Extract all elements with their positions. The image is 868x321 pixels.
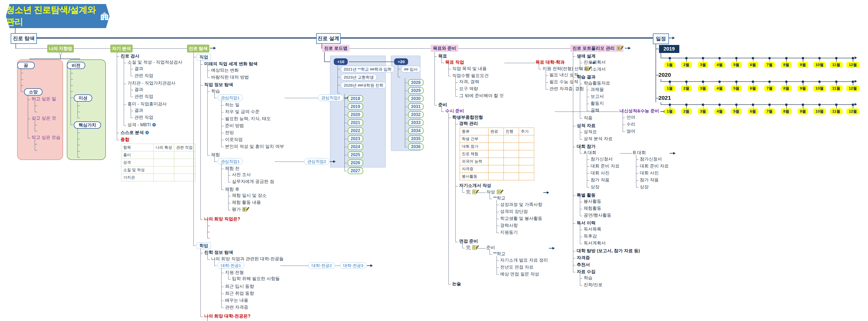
tree-node[interactable]: 하는 일 — [224, 102, 240, 108]
tree-node[interactable]: 과제물 — [590, 87, 604, 92]
tree-node[interactable]: 참가 작품 — [590, 177, 610, 183]
tree-node[interactable]: 종합 — [120, 137, 130, 142]
tree-node[interactable]: 2018 — [348, 95, 363, 102]
month-node[interactable]: 6월 — [747, 108, 758, 115]
tree-node[interactable]: 대회 사진 — [639, 170, 659, 176]
tree-node[interactable]: 독서계획서 — [583, 240, 607, 246]
table-empty-cell[interactable] — [489, 158, 504, 165]
tree-node[interactable]: 2023년 교환학생 — [341, 74, 377, 81]
month-node[interactable]: 7월 — [764, 108, 775, 115]
tree-node[interactable]: 이웃직업 — [224, 137, 243, 142]
tree-node[interactable]: 2031 — [408, 103, 424, 110]
tree-node[interactable]: 결과 — [134, 66, 144, 71]
tree-node[interactable]: 2036 — [408, 143, 424, 150]
tree-node[interactable]: 비전 — [67, 62, 85, 69]
tree-node[interactable]: 요구 역량 — [459, 86, 478, 91]
tree-node[interactable]: 준비 — [438, 102, 447, 108]
tree-node[interactable]: 完 — [466, 189, 471, 195]
month-node[interactable]: 3월 — [698, 62, 709, 68]
tree-node[interactable]: 미래의 직업 세계 변화 탐색 — [204, 61, 258, 67]
tree-node[interactable]: 자료 수집 — [576, 269, 596, 274]
table-empty-cell[interactable] — [504, 165, 519, 173]
tree-node[interactable]: 독후감 — [583, 233, 597, 239]
tree-node[interactable]: 사전 조사 — [231, 172, 251, 177]
tree-node[interactable]: 최근 취업 동향 — [224, 291, 254, 296]
tree-node[interactable]: **학교 — [493, 251, 506, 257]
tree-node[interactable]: 성적표 — [583, 129, 597, 135]
tree-node[interactable]: 지원 전형 — [224, 270, 245, 275]
tree-node[interactable]: 完 — [466, 245, 471, 251]
node-my-direction[interactable]: 나의 지향점 — [47, 45, 74, 52]
tree-node[interactable]: 자격증 — [576, 255, 591, 261]
tree-node[interactable]: 2033 — [408, 119, 424, 126]
tree-node[interactable]: 결과 — [134, 87, 144, 92]
table-empty-cell[interactable] — [489, 150, 504, 158]
month-node[interactable]: 10월 — [813, 108, 826, 115]
tree-node[interactable]: 상장 — [639, 184, 649, 189]
month-node[interactable]: 8월 — [781, 85, 792, 91]
tree-node[interactable]: 그 밖에 준비해야 할 것 — [459, 93, 504, 98]
tree-node[interactable]: 관련 직업 — [134, 115, 154, 120]
node-career-roadmap[interactable]: 진로 로드맵 — [322, 45, 349, 52]
tree-node[interactable]: 2027 — [348, 168, 363, 174]
tree-node[interactable]: 대회 참가 — [576, 144, 596, 149]
tree-node[interactable]: 2021 — [348, 119, 363, 126]
tree-node[interactable]: 자격, 경력 — [459, 79, 480, 85]
month-node[interactable]: 11월 — [830, 85, 843, 91]
month-node[interactable]: 7월 — [764, 62, 775, 68]
tree-node[interactable]: 체험 — [211, 152, 220, 157]
tree-node[interactable]: 경력사항 — [500, 223, 519, 228]
month-node[interactable]: 2월 — [681, 85, 692, 91]
tree-node[interactable]: 관련 직업 — [134, 73, 154, 78]
tree-node[interactable]: 평가 — [231, 206, 241, 212]
tree-node[interactable]: 자기소개서 작성 — [459, 183, 492, 188]
tree-node[interactable]: 작품 — [583, 115, 593, 121]
tree-node[interactable]: 진로계획서 — [583, 59, 607, 65]
month-node[interactable]: 12월 — [846, 62, 860, 68]
tree-node[interactable]: 가치관 - 직업가치관검사 — [127, 80, 176, 86]
tree-node[interactable]: 소망 — [24, 88, 42, 95]
tree-node[interactable]: 대회 준비 자료 — [639, 163, 669, 169]
table-empty-cell[interactable] — [519, 150, 534, 158]
tree-node[interactable]: 생애 설계 — [576, 53, 596, 59]
tree-node[interactable]: 바람직한 대처 방법 — [211, 75, 249, 80]
month-node[interactable]: 9월 — [798, 62, 808, 68]
tree-node[interactable]: 스스로 분석 — [120, 130, 144, 135]
tree-node[interactable]: 목표 — [438, 53, 447, 59]
table-empty-cell[interactable] — [519, 135, 534, 143]
table-empty-cell[interactable] — [519, 165, 534, 173]
tree-node[interactable]: 나의 희망 직업은? — [204, 216, 241, 222]
tree-node[interactable]: 직업 목적 및 내용 — [452, 66, 487, 71]
tree-node[interactable]: 성적 자료 — [576, 123, 596, 128]
tree-node[interactable]: 참가 작품 — [639, 177, 659, 183]
month-node[interactable]: 12월 — [846, 108, 860, 115]
table-empty-cell[interactable] — [489, 165, 504, 173]
year-node-2020[interactable]: 2020 — [658, 72, 671, 78]
tree-node[interactable]: 자기소개서 — [583, 66, 607, 72]
node-career-design[interactable]: 진로 설계 — [316, 33, 341, 44]
tree-node[interactable]: 2026년 ##대학원 진학 — [341, 82, 386, 89]
tree-node[interactable]: 직업수행 필요요건 — [452, 73, 489, 78]
tree-node[interactable]: 본인의 적성 및 흥미 일치 여부 — [224, 144, 285, 149]
table-empty-cell[interactable] — [489, 143, 504, 150]
table-empty-cell[interactable] — [504, 158, 519, 165]
tree-node[interactable]: 관련 직업 — [134, 94, 154, 99]
month-node[interactable]: 1월 — [664, 85, 675, 91]
tree-node[interactable]: 체험활동 — [583, 205, 602, 211]
tree-node[interactable]: 공연/행사활동 — [583, 212, 612, 218]
month-node[interactable]: 3월 — [698, 108, 709, 115]
tree-node[interactable]: 준비 — [486, 245, 496, 251]
tree-node[interactable]: 나의 희망 대학-전공은? — [204, 313, 251, 319]
month-node[interactable]: 5월 — [731, 108, 742, 115]
tree-node[interactable]: 직업 — [197, 54, 211, 60]
plus-badge-icon[interactable]: + — [145, 131, 149, 134]
tree-node[interactable]: 2028 — [408, 79, 424, 86]
tree-node[interactable]: 참가신청서 — [590, 156, 613, 162]
tree-node[interactable]: 2026 — [348, 159, 363, 166]
tree-node[interactable]: A 대회 — [583, 150, 597, 155]
plus-badge-icon[interactable]: + — [152, 123, 156, 126]
tree-node[interactable]: 학업 — [197, 242, 211, 249]
tree-node[interactable]: 입학 위해 필요한 사항들 — [231, 276, 280, 282]
tree-node[interactable]: +20 — [394, 58, 408, 65]
tree-node[interactable]: 핵심가치 — [74, 121, 101, 129]
